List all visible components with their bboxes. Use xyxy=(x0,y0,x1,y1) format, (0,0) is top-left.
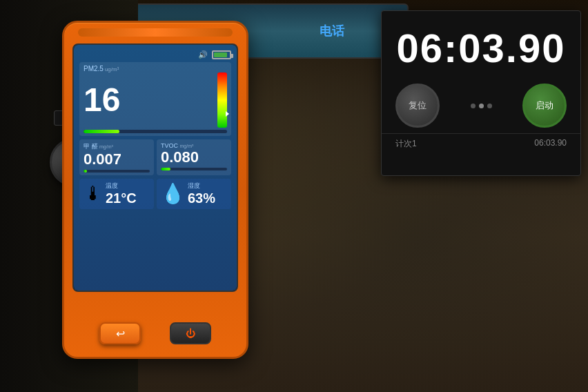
power-icon: ⏻ xyxy=(186,328,195,339)
bottom-section: 🌡 温度 21°C 💧 湿度 63% xyxy=(79,179,231,209)
stopwatch-dots xyxy=(471,104,492,108)
back-icon: ↩ xyxy=(116,327,125,340)
humidity-label: 湿度 xyxy=(188,182,215,190)
formaldehyde-unit: mg/m³ xyxy=(99,144,113,149)
humidity-box: 💧 湿度 63% xyxy=(157,179,231,209)
tvoc-value: 0.080 xyxy=(161,149,227,166)
tvoc-progress-fill xyxy=(161,168,170,170)
formaldehyde-label: 甲 醛 xyxy=(84,143,98,150)
background-scene: 车辆 电话 SRCE AUTO ZONE xyxy=(0,0,588,392)
pm25-bar-indicator xyxy=(226,111,229,117)
dot-2 xyxy=(479,104,484,108)
reset-button[interactable]: 复位 xyxy=(395,84,440,128)
stopwatch-controls: 复位 启动 xyxy=(382,78,580,133)
pm25-unit: ug/m³ xyxy=(105,66,119,72)
humidity-icon: 💧 xyxy=(161,184,185,204)
back-button[interactable]: ↩ xyxy=(99,322,141,344)
formaldehyde-value: 0.007 xyxy=(84,151,150,168)
power-button[interactable]: ⏻ xyxy=(170,322,211,344)
device-screen: 🔊 PM2.5 ug/m³ 16 xyxy=(74,45,237,291)
temperature-label: 温度 xyxy=(106,182,137,190)
temperature-box: 🌡 温度 21°C xyxy=(79,179,154,209)
speaker-icon: 🔊 xyxy=(198,50,208,59)
car-screen-label2: 电话 xyxy=(320,23,344,39)
battery-indicator xyxy=(212,50,231,59)
battery-fill xyxy=(214,52,227,57)
pm25-label: PM2.5 xyxy=(84,65,104,72)
stopwatch-overlay: 06:03.90 复位 启动 计次1 06:03.90 xyxy=(381,10,581,176)
stopwatch-time-display: 06:03.90 xyxy=(382,11,580,78)
start-label: 启动 xyxy=(536,99,553,112)
humidity-value: 63% xyxy=(188,190,215,206)
pm25-section: PM2.5 ug/m³ 16 xyxy=(79,62,231,136)
lap-label: 计次1 xyxy=(395,138,417,150)
device-screen-area: 🔊 PM2.5 ug/m³ 16 xyxy=(72,43,238,292)
pm25-label-row: PM2.5 ug/m³ xyxy=(84,65,227,72)
dot-1 xyxy=(471,104,476,108)
tvoc-box: TVOC mg/m³ 0.080 xyxy=(157,139,231,175)
device-hardware-buttons: ↩ ⏻ xyxy=(64,322,246,344)
pm25-progress-fill xyxy=(84,130,119,133)
stopwatch-lap-info: 计次1 06:03.90 xyxy=(382,133,580,154)
lap-time: 06:03.90 xyxy=(534,138,567,150)
tvoc-unit: mg/m³ xyxy=(180,144,194,148)
humidity-info: 湿度 63% xyxy=(188,182,215,206)
pm25-bar xyxy=(217,72,227,128)
temperature-value: 21°C xyxy=(106,190,137,206)
pm25-progress-bar xyxy=(84,130,227,133)
temperature-info: 温度 21°C xyxy=(106,182,137,206)
air-quality-monitor: 🔊 PM2.5 ug/m³ 16 xyxy=(62,21,248,359)
reset-label: 复位 xyxy=(409,99,427,112)
dot-3 xyxy=(487,104,492,108)
formaldehyde-progress-fill xyxy=(84,170,87,173)
pm25-value: 16 xyxy=(84,84,120,117)
pm25-value-row: 16 xyxy=(84,72,227,128)
start-button[interactable]: 启动 xyxy=(522,84,567,128)
device-top-strip xyxy=(78,28,233,37)
formaldehyde-progress xyxy=(84,170,150,173)
formaldehyde-box: 甲 醛 mg/m³ 0.007 xyxy=(79,139,154,175)
screen-topbar: 🔊 xyxy=(79,50,231,59)
tvoc-progress xyxy=(161,168,227,170)
thermometer-icon: 🌡 xyxy=(84,184,103,204)
middle-section: 甲 醛 mg/m³ 0.007 TVOC mg/m³ xyxy=(79,139,231,175)
